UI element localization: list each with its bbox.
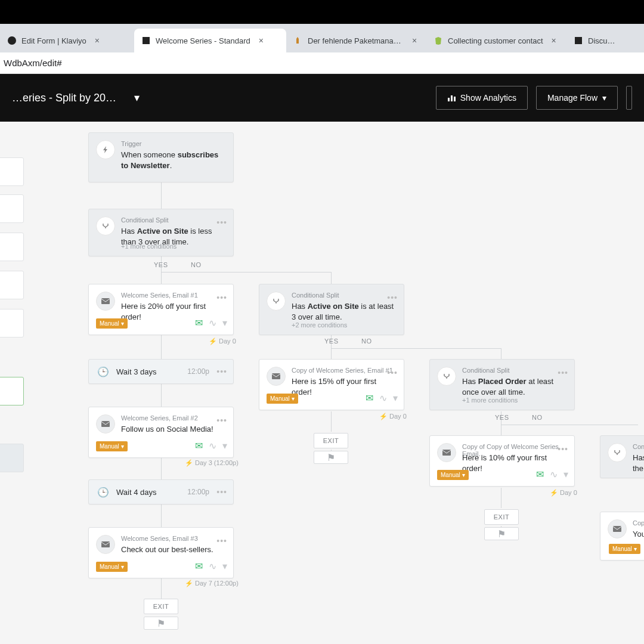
- more-icon[interactable]: •••: [387, 293, 398, 302]
- browser-tab[interactable]: Edit Form | Klaviyo ×: [0, 29, 134, 52]
- svg-rect-2: [575, 37, 582, 44]
- email-card[interactable]: Copy of Copy of Welcome Series, Email… H…: [429, 435, 575, 487]
- klaviyo-icon: [141, 36, 151, 45]
- branch-label-yes: YES: [324, 338, 339, 345]
- more-icon[interactable]: •••: [558, 368, 568, 377]
- sidebar-item[interactable]: [0, 377, 24, 405]
- more-icon[interactable]: •••: [216, 367, 227, 376]
- overflow-button[interactable]: [626, 86, 632, 110]
- show-analytics-button[interactable]: Show Analytics: [436, 86, 528, 110]
- svg-rect-9: [272, 373, 280, 379]
- card-status-icons: ✉∿▾: [536, 469, 568, 480]
- exit-node[interactable]: EXIT: [484, 509, 519, 525]
- wait-text: Wait 4 days: [116, 488, 156, 497]
- flow-canvas[interactable]: YES NO YES NO YES NO Trigger When someon…: [0, 122, 644, 644]
- status-badge[interactable]: Manual▾: [96, 441, 128, 451]
- browser-tab[interactable]: Welcome Series - Standard ×: [134, 29, 286, 52]
- status-badge[interactable]: Manual▾: [437, 470, 469, 480]
- svg-rect-7: [101, 421, 110, 427]
- app-header: …eries - Split by 20… ▾ Show Analytics M…: [0, 74, 644, 122]
- manage-flow-button[interactable]: Manage Flow ▾: [536, 86, 618, 110]
- card-status-icons: ✉∿▾: [195, 440, 227, 451]
- conditional-split-card[interactable]: Conditional Split Has Active on Site is …: [88, 209, 234, 256]
- day-label: ⚡ Day 0: [209, 338, 236, 345]
- activity-icon: ∿: [209, 317, 216, 329]
- card-body: Follow us on Social Media!: [121, 424, 226, 435]
- email-card[interactable]: Copy o You're Manual▾: [600, 512, 644, 561]
- card-type: Conditional Split: [121, 216, 169, 224]
- email-card[interactable]: Copy of Welcome Series, Email #1 Here is…: [259, 359, 404, 410]
- card-body: Has Plthe las: [633, 453, 644, 474]
- more-icon[interactable]: •••: [216, 416, 227, 425]
- close-icon[interactable]: ×: [549, 36, 559, 45]
- tab-title: Edit Form | Klaviyo: [21, 36, 86, 45]
- card-type: Welcome Series, Email #2: [121, 414, 198, 422]
- check-icon: ✉: [195, 561, 203, 572]
- activity-icon: ∿: [209, 561, 216, 572]
- wait-card[interactable]: 🕒 Wait 4 days 12:00p •••: [88, 479, 234, 504]
- close-icon[interactable]: ×: [410, 36, 419, 45]
- filter-icon: ▾: [222, 440, 227, 451]
- sidebar-item[interactable]: [0, 233, 24, 261]
- email-card[interactable]: Welcome Series, Email #3 Check out our b…: [88, 527, 234, 578]
- wait-card[interactable]: 🕒 Wait 3 days 12:00p •••: [88, 359, 234, 384]
- url-bar[interactable]: WdbAxm/edit#: [0, 52, 644, 74]
- flag-node[interactable]: ⚑: [484, 527, 519, 540]
- email-card[interactable]: Welcome Series, Email #1 Here is 20% off…: [88, 284, 234, 335]
- sidebar-item[interactable]: [0, 194, 24, 223]
- conditional-split-card[interactable]: Conditional Split Has Active on Site is …: [259, 284, 404, 335]
- card-type: Conditional Split: [462, 367, 510, 374]
- sidebar-item[interactable]: [0, 444, 24, 472]
- email-card[interactable]: Welcome Series, Email #2 Follow us on So…: [88, 407, 234, 458]
- homebrew-icon: [293, 36, 303, 45]
- more-icon[interactable]: •••: [216, 536, 227, 546]
- email-icon: [437, 443, 456, 462]
- flow-title[interactable]: …eries - Split by 20… ▾: [12, 91, 140, 104]
- browser-tab[interactable]: Collecting customer contact ×: [426, 29, 566, 52]
- card-type: Conditional Split: [292, 292, 339, 299]
- tab-title: Welcome Series - Standard: [156, 36, 250, 45]
- card-status-icons: ✉ ∿ ▾: [195, 317, 227, 329]
- close-icon[interactable]: ×: [92, 36, 102, 45]
- flag-node[interactable]: ⚑: [144, 617, 178, 630]
- sidebar-item[interactable]: [0, 271, 24, 299]
- status-badge[interactable]: Manual▾: [609, 544, 640, 554]
- exit-node[interactable]: EXIT: [314, 433, 348, 448]
- browser-tabstrip: Edit Form | Klaviyo × Welcome Series - S…: [0, 24, 644, 52]
- more-icon[interactable]: •••: [387, 368, 398, 377]
- more-icon[interactable]: •••: [216, 487, 227, 497]
- status-badge[interactable]: Manual▾: [267, 394, 298, 404]
- flag-node[interactable]: ⚑: [314, 451, 348, 464]
- day-label: ⚡ Day 3 (12:00p): [185, 459, 239, 467]
- trigger-card[interactable]: Trigger When someone subscribes to Newsl…: [88, 132, 234, 182]
- more-icon[interactable]: •••: [558, 444, 568, 454]
- more-icon[interactable]: •••: [216, 293, 227, 302]
- status-badge[interactable]: Manual▾: [96, 562, 128, 572]
- close-icon[interactable]: ×: [256, 36, 266, 45]
- sidebar-item[interactable]: [0, 157, 24, 186]
- status-badge[interactable]: Manual▾: [96, 318, 128, 329]
- card-body: Has Placed Order at least once over all …: [462, 376, 567, 398]
- activity-icon: ∿: [379, 392, 387, 404]
- conditional-split-card[interactable]: Conditi Has Plthe las: [600, 435, 644, 478]
- more-icon[interactable]: •••: [216, 218, 227, 227]
- card-extra: +1 more conditions: [462, 397, 518, 404]
- check-icon: ✉: [366, 392, 373, 404]
- check-icon: ✉: [195, 317, 203, 329]
- wait-time: 12:00p: [187, 488, 209, 496]
- card-type: Welcome Series, Email #3: [121, 535, 198, 542]
- chevron-down-icon[interactable]: ▾: [134, 91, 140, 104]
- svg-rect-3: [448, 98, 450, 101]
- card-type: Conditi: [633, 443, 644, 450]
- browser-tab[interactable]: Der fehlende Paketmanager ×: [286, 29, 426, 52]
- branch-label-no: NO: [532, 414, 543, 421]
- card-type: Trigger: [121, 140, 141, 147]
- url-text: WdbAxm/edit#: [4, 58, 62, 68]
- browser-tab[interactable]: Discussio: [566, 29, 626, 52]
- clock-icon: 🕒: [97, 366, 109, 377]
- card-status-icons: ✉∿▾: [366, 392, 398, 404]
- check-icon: ✉: [536, 469, 544, 480]
- exit-node[interactable]: EXIT: [144, 599, 178, 614]
- conditional-split-card[interactable]: Conditional Split Has Placed Order at le…: [429, 359, 575, 410]
- sidebar-item[interactable]: [0, 309, 24, 338]
